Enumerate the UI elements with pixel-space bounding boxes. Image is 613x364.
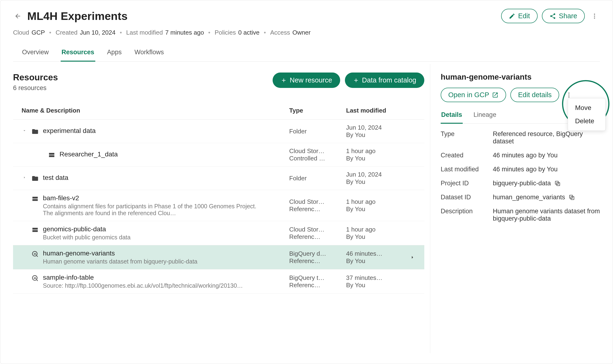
folder-icon [31,174,39,182]
resource-name: test data [43,174,68,182]
meta-created-value: Jun 10, 2024 [80,29,116,36]
table-row[interactable]: test dataFolderJun 10, 2024By You [13,167,424,190]
copy-project-id[interactable] [554,180,561,187]
new-resource-label: New resource [290,76,332,84]
storage-icon [31,195,39,203]
tab-overview[interactable]: Overview [21,46,50,62]
main-panel: Resources 6 resources New resource Data … [0,64,430,353]
more-vert-icon [566,92,572,98]
chevron-right-icon [405,255,419,260]
table-row[interactable]: experimental dataFolderJun 10, 2024By Yo… [13,120,424,143]
caret-right-icon[interactable] [22,174,27,180]
side-panel: human-genome-variants Open in GCP Edit d… [430,64,613,353]
plus-icon [281,77,287,83]
data-from-catalog-button[interactable]: Data from catalog [345,73,424,88]
svg-point-4 [568,94,570,95]
new-resource-button[interactable]: New resource [273,73,340,88]
data-from-catalog-label: Data from catalog [362,76,416,84]
edit-button[interactable]: Edit [501,9,538,23]
copy-icon [568,194,575,201]
detail-grid: Type Referenced resource, BigQuery datas… [441,130,601,222]
detail-project-label: Project ID [441,180,490,187]
detail-modified-value: 46 minutes ago by You [493,166,601,173]
resource-name: sample-info-table [43,274,243,281]
header-meta: Cloud GCP • Created Jun 10, 2024 • Last … [13,29,600,36]
resource-type: Folder [289,175,346,182]
col-name: Name & Description [22,107,289,114]
more-vert-icon [591,13,598,19]
resource-name: Researcher_1_data [60,151,118,158]
detail-description-value: Human genome variants dataset from bigqu… [493,208,601,222]
page-title: ML4H Experiments [27,10,501,23]
svg-point-2 [594,17,595,18]
resource-modified: Jun 10, 2024By You [346,171,405,185]
resources-title: Resources [13,73,58,82]
menu-move[interactable]: Move [568,101,605,115]
overflow-menu: Move Delete [568,98,606,131]
col-modified: Last modified [346,107,405,114]
table-header: Name & Description Type Last modified [13,104,424,120]
plus-icon [353,77,359,83]
share-button[interactable]: Share [542,9,585,23]
side-tab-lineage[interactable]: Lineage [473,109,497,124]
side-tab-details[interactable]: Details [441,109,463,124]
resource-type: Cloud Stor…Controlled … [289,147,346,162]
back-arrow-icon[interactable] [13,11,23,21]
resource-description: Bucket with public genomics data [43,234,130,241]
menu-delete[interactable]: Delete [568,115,605,128]
resource-name: bam-files-v2 [43,194,261,202]
open-in-gcp-button[interactable]: Open in GCP [441,88,506,102]
detail-modified-label: Last modified [441,166,490,173]
share-icon [549,13,556,19]
table-row[interactable]: genomics-public-dataBucket with public g… [13,221,424,245]
resource-description: Contains alignment files for participant… [43,203,261,217]
pencil-icon [509,13,515,19]
meta-created-label: Created [55,29,78,36]
bigquery-icon [31,274,39,282]
edit-details-label: Edit details [518,91,552,99]
resource-type: Folder [289,128,346,135]
meta-policies-value: 0 active [238,29,260,36]
resource-modified: Jun 10, 2024By You [346,124,405,139]
resource-description: Human genome variants dataset from bigqu… [43,258,197,265]
side-title: human-genome-variants [441,73,601,81]
folder-icon [31,128,39,136]
table-row[interactable]: bam-files-v2Contains alignment files for… [13,190,424,221]
svg-point-0 [594,13,595,15]
table-row[interactable]: sample-info-tableSource: http://ftp.1000… [13,270,424,294]
resource-description: Source: http://ftp.1000genomes.ebi.ac.uk… [43,282,243,289]
edit-details-button[interactable]: Edit details [510,88,559,102]
bigquery-icon [31,250,39,258]
copy-dataset-id[interactable] [568,194,575,201]
meta-cloud-label: Cloud [13,29,29,36]
meta-access-value: Owner [292,29,311,36]
external-link-icon [492,92,498,98]
tab-resources[interactable]: Resources [61,46,95,62]
resource-modified: 1 hour agoBy You [346,147,405,162]
detail-description-label: Description [441,208,490,222]
table-row[interactable]: human-genome-variantsHuman genome varian… [13,245,424,270]
table-row[interactable]: Researcher_1_dataCloud Stor…Controlled …… [13,143,424,167]
resources-subtitle: 6 resources [13,84,58,92]
detail-dataset-label: Dataset ID [441,194,490,201]
open-in-gcp-label: Open in GCP [448,91,489,99]
meta-modified-label: Last modified [126,29,163,36]
meta-policies-label: Policies [215,29,236,36]
resource-name: genomics-public-data [43,225,130,233]
header-overflow-button[interactable] [589,11,600,22]
resource-name: experimental data [43,127,96,135]
share-button-label: Share [559,12,577,20]
resource-modified: 46 minutes…By You [346,250,405,265]
caret-down-icon[interactable] [22,127,27,133]
edit-button-label: Edit [518,12,530,20]
tab-apps[interactable]: Apps [106,46,123,62]
resource-type: Cloud Stor…Referenc… [289,226,346,241]
detail-project-value: bigquery-public-data [493,180,551,187]
detail-type-value: Referenced resource, BigQuery dataset [493,130,601,145]
tab-workflows[interactable]: Workflows [133,46,165,62]
meta-access-label: Access [270,29,290,36]
resource-name: human-genome-variants [43,249,197,257]
main-tabs: Overview Resources Apps Workflows [13,46,600,62]
resource-modified: 1 hour agoBy You [346,226,405,241]
resource-type: BigQuery t…Referenc… [289,274,346,289]
